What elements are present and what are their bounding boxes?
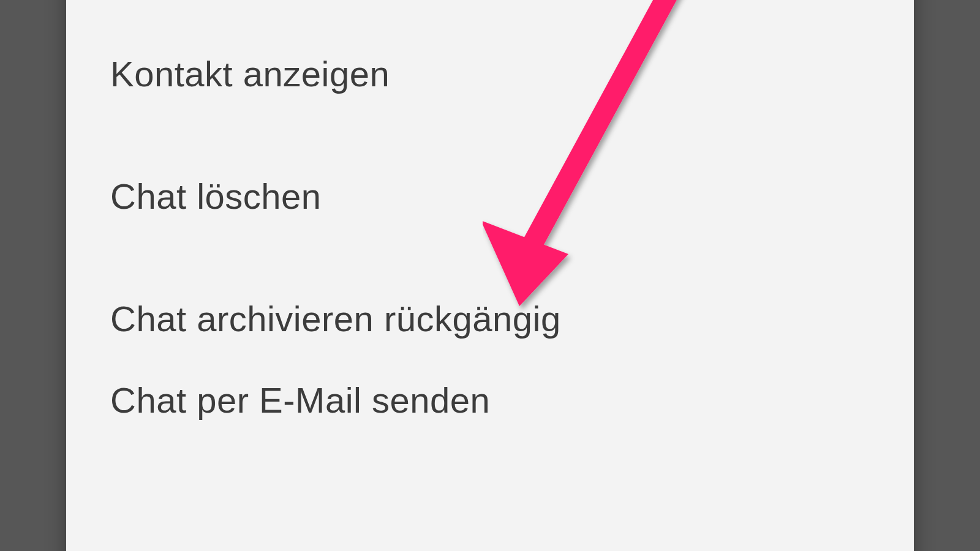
menu-item-label: Chat archivieren rückgängig <box>110 298 561 339</box>
menu-item-label: Chat per E-Mail senden <box>110 380 490 421</box>
context-menu-list: Kontakt anzeigen Chat löschen Chat archi… <box>66 0 914 441</box>
menu-item-delete-chat[interactable]: Chat löschen <box>66 135 914 257</box>
menu-item-cutoff-top[interactable] <box>66 0 914 12</box>
menu-item-unarchive-chat[interactable]: Chat archivieren rückgängig <box>66 257 914 380</box>
menu-item-label: Chat löschen <box>110 176 322 217</box>
context-menu-dialog: Kontakt anzeigen Chat löschen Chat archi… <box>66 0 914 551</box>
menu-item-label: Kontakt anzeigen <box>110 53 390 94</box>
menu-item-view-contact[interactable]: Kontakt anzeigen <box>66 12 914 135</box>
menu-item-email-chat[interactable]: Chat per E-Mail senden <box>66 380 914 441</box>
screenshot-stage: Kontakt anzeigen Chat löschen Chat archi… <box>0 0 980 551</box>
